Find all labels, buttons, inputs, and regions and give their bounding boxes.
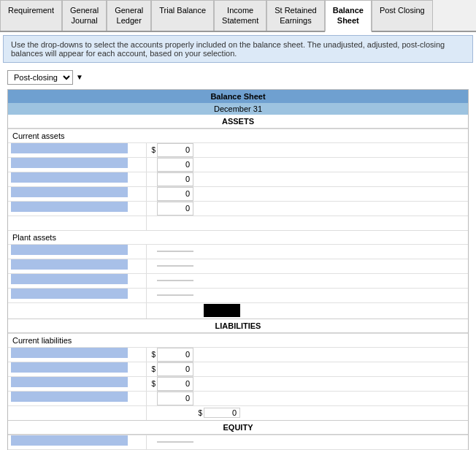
liabilities-section-title: LIABILITIES (8, 319, 468, 333)
table-row (8, 201, 468, 216)
plant-assets-total-row (8, 302, 468, 319)
current-assets-total-row (8, 216, 468, 230)
account-name-field[interactable] (8, 202, 147, 216)
account-name-field[interactable] (8, 362, 147, 376)
tab-balance-sheet[interactable]: BalanceSheet (325, 0, 372, 32)
equity-section-title: EQUITY (8, 420, 468, 435)
balance-sheet-container: Balance Sheet December 31 ASSETS Current… (7, 89, 469, 450)
bs-date: December 31 (8, 103, 468, 115)
current-liabilities-label: Current liabilities (8, 333, 468, 347)
table-row: $ (8, 362, 468, 376)
table-row (8, 435, 468, 449)
account-name-field[interactable] (8, 348, 147, 362)
dropdown-area: Post-closing Unadjusted Adjusted ▼ (0, 66, 476, 89)
account-name-field[interactable] (8, 158, 147, 172)
info-banner: Use the drop-downs to select the account… (3, 35, 473, 63)
table-row (8, 157, 468, 172)
tab-st-retained[interactable]: St RetainedEarnings (266, 0, 324, 31)
table-row (8, 273, 468, 288)
account-name-field[interactable] (8, 187, 147, 201)
amount-field[interactable] (157, 392, 193, 405)
current-assets-label: Current assets (8, 129, 468, 142)
account-name-field[interactable] (8, 259, 147, 273)
chevron-down-icon: ▼ (76, 73, 83, 81)
table-row (8, 288, 468, 302)
table-row (8, 259, 468, 273)
account-name-field[interactable] (8, 377, 147, 391)
liabilities-total-row: $ 0 (8, 405, 468, 420)
tab-trial-balance[interactable]: Trial Balance (151, 0, 214, 31)
tab-general-ledger[interactable]: GeneralLedger (107, 0, 151, 31)
account-name-field[interactable] (8, 274, 147, 288)
amount-field[interactable] (157, 143, 193, 157)
amount-field[interactable] (157, 187, 193, 201)
account-name-field[interactable] (8, 143, 147, 157)
amount-field[interactable] (157, 362, 193, 376)
plant-assets-label: Plant assets (8, 230, 468, 244)
account-name-field[interactable] (8, 289, 147, 302)
assets-section-title: ASSETS (8, 115, 468, 129)
table-row: $ (8, 142, 468, 157)
info-text: Use the drop-downs to select the account… (11, 40, 445, 58)
table-row (8, 186, 468, 201)
account-name-field[interactable] (8, 245, 147, 259)
tab-income-statement[interactable]: IncomeStatement (214, 0, 266, 31)
table-row (8, 391, 468, 405)
amount-field[interactable] (157, 202, 193, 216)
table-row (8, 172, 468, 186)
account-name-field[interactable] (8, 172, 147, 186)
period-dropdown[interactable]: Post-closing Unadjusted Adjusted (7, 70, 73, 85)
table-row: $ (8, 376, 468, 391)
amount-field[interactable] (157, 172, 193, 186)
bs-title: Balance Sheet (8, 90, 468, 103)
tab-general-journal[interactable]: GeneralJournal (62, 0, 107, 31)
account-name-field[interactable] (8, 435, 147, 449)
table-row: $ (8, 347, 468, 362)
table-row (8, 244, 468, 259)
amount-field[interactable] (157, 348, 193, 362)
amount-field[interactable] (157, 158, 193, 172)
amount-field[interactable] (157, 377, 193, 391)
account-name-field[interactable] (8, 392, 147, 405)
tab-requirement[interactable]: Requirement (0, 0, 62, 31)
tab-bar: Requirement GeneralJournal GeneralLedger… (0, 0, 476, 32)
tab-post-closing[interactable]: Post Closing (372, 0, 433, 31)
